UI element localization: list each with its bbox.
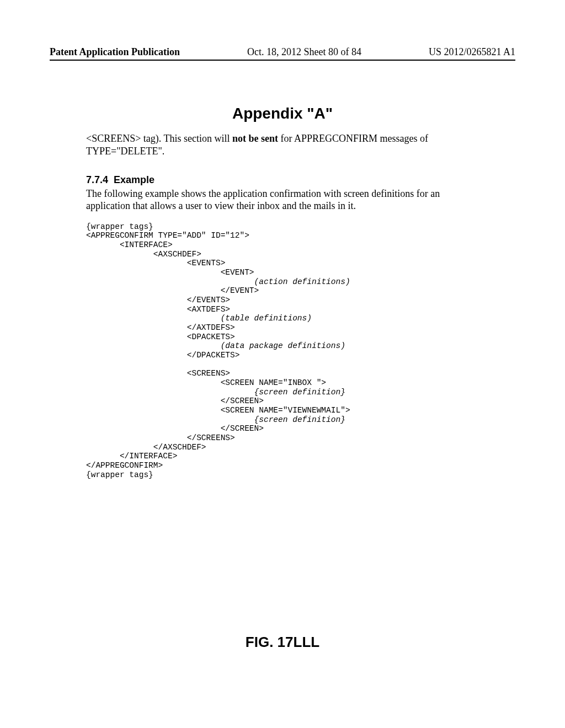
code-example: {wrapper tags} <APPREGCONFIRM TYPE="ADD"… [86, 222, 483, 480]
code-comment: (action definitions) [254, 277, 350, 286]
header-rule [50, 60, 515, 61]
code-line: <APPREGCONFIRM TYPE="ADD" ID="12"> [86, 231, 249, 240]
code-line: </EVENTS> [86, 296, 230, 304]
code-line-indent [86, 341, 221, 350]
page-header: Patent Application Publication Oct. 18, … [50, 46, 515, 58]
code-line: <INTERFACE> [86, 240, 173, 249]
section-heading: 7.7.4 Example [86, 174, 483, 186]
code-line-indent [86, 388, 254, 397]
header-patent-number: US 2012/0265821 A1 [429, 46, 515, 58]
code-line: <AXTDEFS> [86, 305, 230, 314]
appendix-title: Appendix "A" [0, 105, 565, 122]
code-line: </SCREEN> [86, 424, 264, 433]
code-line: <SCREEN NAME="INBOX "> [86, 378, 326, 387]
code-line: <DPACKETS> [86, 333, 235, 341]
code-line: <SCREENS> [86, 369, 230, 378]
code-line: </DPACKETS> [86, 351, 239, 360]
figure-label: FIG. 17LLL [0, 634, 565, 651]
code-comment: {screen definition} [254, 388, 345, 397]
code-line: </AXSCHDEF> [86, 443, 206, 452]
patent-page: Patent Application Publication Oct. 18, … [0, 0, 565, 728]
code-line: {wrapper tags} [86, 222, 153, 231]
code-line: <EVENTS> [86, 259, 225, 267]
code-line: {wrapper tags} [86, 470, 153, 479]
header-sheet-info: Oct. 18, 2012 Sheet 80 of 84 [247, 46, 361, 58]
code-line-indent [86, 314, 221, 323]
section-number: 7.7.4 [86, 174, 108, 185]
para1-bold: not be sent [232, 133, 278, 144]
paragraph-example-intro: The following example shows the applicat… [86, 188, 483, 212]
para1-pre: <SCREENS> tag). This section will [86, 133, 232, 144]
section-title: Example [114, 174, 154, 185]
body-content: <SCREENS> tag). This section will not be… [86, 132, 483, 479]
code-line: </APPREGCONFIRM> [86, 461, 163, 470]
code-line: </INTERFACE> [86, 452, 177, 461]
code-line: <EVENT> [86, 268, 254, 277]
code-line: <AXSCHDEF> [86, 250, 201, 259]
code-comment: {screen definition} [254, 415, 345, 424]
code-line-indent [86, 415, 254, 424]
code-comment: (table definitions) [221, 314, 312, 323]
code-line: </AXTDEFS> [86, 323, 235, 332]
header-publication: Patent Application Publication [50, 46, 180, 58]
code-comment: (data package definitions) [221, 341, 345, 350]
code-line: </SCREENS> [86, 433, 235, 442]
code-line-indent [86, 277, 254, 286]
code-line: <SCREEN NAME="VIEWNEWMAIL"> [86, 406, 350, 415]
code-line: </EVENT> [86, 286, 259, 295]
code-line: </SCREEN> [86, 397, 264, 405]
paragraph-continuation: <SCREENS> tag). This section will not be… [86, 132, 483, 157]
